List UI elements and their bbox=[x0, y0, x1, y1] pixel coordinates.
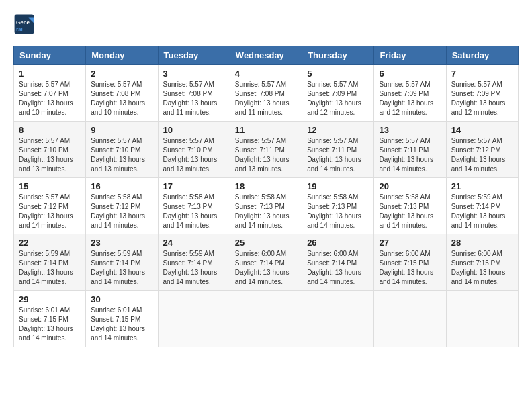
week-row-2: 8Sunrise: 5:57 AM Sunset: 7:10 PM Daylig… bbox=[14, 122, 519, 178]
day-info: Sunrise: 5:57 AM Sunset: 7:11 PM Dayligh… bbox=[235, 136, 297, 174]
day-cell: 14Sunrise: 5:57 AM Sunset: 7:12 PM Dayli… bbox=[446, 122, 518, 178]
day-cell: 27Sunrise: 6:00 AM Sunset: 7:15 PM Dayli… bbox=[374, 234, 446, 291]
day-number: 29 bbox=[19, 294, 81, 304]
calendar-header-row: SundayMondayTuesdayWednesdayThursdayFrid… bbox=[14, 46, 519, 65]
day-info: Sunrise: 5:57 AM Sunset: 7:09 PM Dayligh… bbox=[451, 80, 513, 118]
day-cell: 9Sunrise: 5:57 AM Sunset: 7:10 PM Daylig… bbox=[86, 122, 158, 178]
day-cell: 15Sunrise: 5:57 AM Sunset: 7:12 PM Dayli… bbox=[14, 178, 86, 234]
day-cell: 30Sunrise: 6:01 AM Sunset: 7:15 PM Dayli… bbox=[86, 291, 158, 347]
col-header-wednesday: Wednesday bbox=[230, 46, 302, 65]
day-cell: 29Sunrise: 6:01 AM Sunset: 7:15 PM Dayli… bbox=[14, 291, 86, 347]
day-info: Sunrise: 5:57 AM Sunset: 7:12 PM Dayligh… bbox=[451, 136, 513, 174]
day-info: Sunrise: 5:58 AM Sunset: 7:13 PM Dayligh… bbox=[307, 193, 369, 230]
day-cell: 5Sunrise: 5:57 AM Sunset: 7:09 PM Daylig… bbox=[302, 65, 374, 122]
day-number: 14 bbox=[451, 125, 513, 135]
day-info: Sunrise: 5:59 AM Sunset: 7:14 PM Dayligh… bbox=[451, 193, 513, 230]
day-cell: 12Sunrise: 5:57 AM Sunset: 7:11 PM Dayli… bbox=[302, 122, 374, 178]
day-info: Sunrise: 5:58 AM Sunset: 7:13 PM Dayligh… bbox=[379, 193, 441, 230]
day-info: Sunrise: 5:57 AM Sunset: 7:10 PM Dayligh… bbox=[91, 136, 152, 174]
week-row-1: 1Sunrise: 5:57 AM Sunset: 7:07 PM Daylig… bbox=[14, 65, 519, 122]
day-info: Sunrise: 6:01 AM Sunset: 7:15 PM Dayligh… bbox=[91, 306, 152, 343]
day-number: 17 bbox=[163, 181, 225, 191]
day-info: Sunrise: 5:58 AM Sunset: 7:13 PM Dayligh… bbox=[235, 193, 297, 230]
day-info: Sunrise: 5:57 AM Sunset: 7:11 PM Dayligh… bbox=[307, 136, 369, 174]
day-info: Sunrise: 6:01 AM Sunset: 7:15 PM Dayligh… bbox=[19, 306, 81, 343]
day-info: Sunrise: 5:59 AM Sunset: 7:14 PM Dayligh… bbox=[19, 249, 81, 287]
day-info: Sunrise: 5:57 AM Sunset: 7:10 PM Dayligh… bbox=[163, 136, 225, 174]
day-cell bbox=[374, 291, 446, 347]
week-row-3: 15Sunrise: 5:57 AM Sunset: 7:12 PM Dayli… bbox=[14, 178, 519, 234]
day-cell: 28Sunrise: 6:00 AM Sunset: 7:15 PM Dayli… bbox=[446, 234, 518, 291]
day-cell: 22Sunrise: 5:59 AM Sunset: 7:14 PM Dayli… bbox=[14, 234, 86, 291]
logo-icon: Gene ral bbox=[13, 13, 35, 35]
day-info: Sunrise: 5:58 AM Sunset: 7:13 PM Dayligh… bbox=[163, 193, 225, 230]
day-cell: 16Sunrise: 5:58 AM Sunset: 7:12 PM Dayli… bbox=[86, 178, 158, 234]
day-cell bbox=[158, 291, 230, 347]
day-cell: 20Sunrise: 5:58 AM Sunset: 7:13 PM Dayli… bbox=[374, 178, 446, 234]
day-number: 11 bbox=[235, 125, 297, 135]
day-cell: 4Sunrise: 5:57 AM Sunset: 7:08 PM Daylig… bbox=[230, 65, 302, 122]
calendar-table: SundayMondayTuesdayWednesdayThursdayFrid… bbox=[13, 46, 519, 347]
day-number: 23 bbox=[91, 238, 152, 248]
svg-text:Gene: Gene bbox=[16, 19, 30, 26]
day-number: 25 bbox=[235, 238, 297, 248]
week-row-4: 22Sunrise: 5:59 AM Sunset: 7:14 PM Dayli… bbox=[14, 234, 519, 291]
col-header-friday: Friday bbox=[374, 46, 446, 65]
day-number: 20 bbox=[379, 181, 441, 191]
day-info: Sunrise: 6:00 AM Sunset: 7:14 PM Dayligh… bbox=[307, 249, 369, 287]
day-info: Sunrise: 5:57 AM Sunset: 7:08 PM Dayligh… bbox=[163, 80, 225, 118]
day-number: 16 bbox=[91, 181, 152, 191]
day-number: 27 bbox=[379, 238, 441, 248]
day-number: 9 bbox=[91, 125, 152, 135]
day-cell: 17Sunrise: 5:58 AM Sunset: 7:13 PM Dayli… bbox=[158, 178, 230, 234]
day-number: 5 bbox=[307, 68, 369, 79]
day-info: Sunrise: 5:57 AM Sunset: 7:11 PM Dayligh… bbox=[379, 136, 441, 174]
day-number: 6 bbox=[379, 68, 441, 79]
day-number: 15 bbox=[19, 181, 81, 191]
day-cell: 11Sunrise: 5:57 AM Sunset: 7:11 PM Dayli… bbox=[230, 122, 302, 178]
day-info: Sunrise: 5:58 AM Sunset: 7:12 PM Dayligh… bbox=[91, 193, 152, 230]
day-info: Sunrise: 5:57 AM Sunset: 7:08 PM Dayligh… bbox=[91, 80, 152, 118]
day-cell: 3Sunrise: 5:57 AM Sunset: 7:08 PM Daylig… bbox=[158, 65, 230, 122]
day-number: 26 bbox=[307, 238, 369, 248]
day-number: 30 bbox=[91, 294, 152, 304]
day-cell: 8Sunrise: 5:57 AM Sunset: 7:10 PM Daylig… bbox=[14, 122, 86, 178]
day-number: 3 bbox=[163, 68, 225, 79]
day-cell bbox=[302, 291, 374, 347]
day-number: 28 bbox=[451, 238, 513, 248]
day-info: Sunrise: 6:00 AM Sunset: 7:15 PM Dayligh… bbox=[379, 249, 441, 287]
week-row-5: 29Sunrise: 6:01 AM Sunset: 7:15 PM Dayli… bbox=[14, 291, 519, 347]
day-cell: 23Sunrise: 5:59 AM Sunset: 7:14 PM Dayli… bbox=[86, 234, 158, 291]
day-cell: 25Sunrise: 6:00 AM Sunset: 7:14 PM Dayli… bbox=[230, 234, 302, 291]
day-number: 10 bbox=[163, 125, 225, 135]
col-header-monday: Monday bbox=[86, 46, 158, 65]
day-info: Sunrise: 5:57 AM Sunset: 7:09 PM Dayligh… bbox=[379, 80, 441, 118]
day-number: 18 bbox=[235, 181, 297, 191]
day-number: 8 bbox=[19, 125, 81, 135]
day-cell: 18Sunrise: 5:58 AM Sunset: 7:13 PM Dayli… bbox=[230, 178, 302, 234]
day-info: Sunrise: 5:57 AM Sunset: 7:08 PM Dayligh… bbox=[235, 80, 297, 118]
calendar-body: 1Sunrise: 5:57 AM Sunset: 7:07 PM Daylig… bbox=[14, 65, 519, 347]
logo: Gene ral bbox=[13, 13, 39, 35]
day-cell: 13Sunrise: 5:57 AM Sunset: 7:11 PM Dayli… bbox=[374, 122, 446, 178]
day-info: Sunrise: 5:59 AM Sunset: 7:14 PM Dayligh… bbox=[163, 249, 225, 287]
col-header-thursday: Thursday bbox=[302, 46, 374, 65]
day-number: 19 bbox=[307, 181, 369, 191]
day-cell: 19Sunrise: 5:58 AM Sunset: 7:13 PM Dayli… bbox=[302, 178, 374, 234]
day-cell: 1Sunrise: 5:57 AM Sunset: 7:07 PM Daylig… bbox=[14, 65, 86, 122]
day-number: 4 bbox=[235, 68, 297, 79]
day-cell bbox=[446, 291, 518, 347]
col-header-saturday: Saturday bbox=[446, 46, 518, 65]
day-cell: 6Sunrise: 5:57 AM Sunset: 7:09 PM Daylig… bbox=[374, 65, 446, 122]
header: Gene ral bbox=[13, 13, 519, 35]
day-info: Sunrise: 5:57 AM Sunset: 7:09 PM Dayligh… bbox=[307, 80, 369, 118]
day-cell: 2Sunrise: 5:57 AM Sunset: 7:08 PM Daylig… bbox=[86, 65, 158, 122]
day-number: 22 bbox=[19, 238, 81, 248]
col-header-sunday: Sunday bbox=[14, 46, 86, 65]
day-info: Sunrise: 5:59 AM Sunset: 7:14 PM Dayligh… bbox=[91, 249, 152, 287]
day-info: Sunrise: 6:00 AM Sunset: 7:15 PM Dayligh… bbox=[451, 249, 513, 287]
day-cell: 21Sunrise: 5:59 AM Sunset: 7:14 PM Dayli… bbox=[446, 178, 518, 234]
day-info: Sunrise: 5:57 AM Sunset: 7:10 PM Dayligh… bbox=[19, 136, 81, 174]
day-number: 7 bbox=[451, 68, 513, 79]
day-cell: 26Sunrise: 6:00 AM Sunset: 7:14 PM Dayli… bbox=[302, 234, 374, 291]
